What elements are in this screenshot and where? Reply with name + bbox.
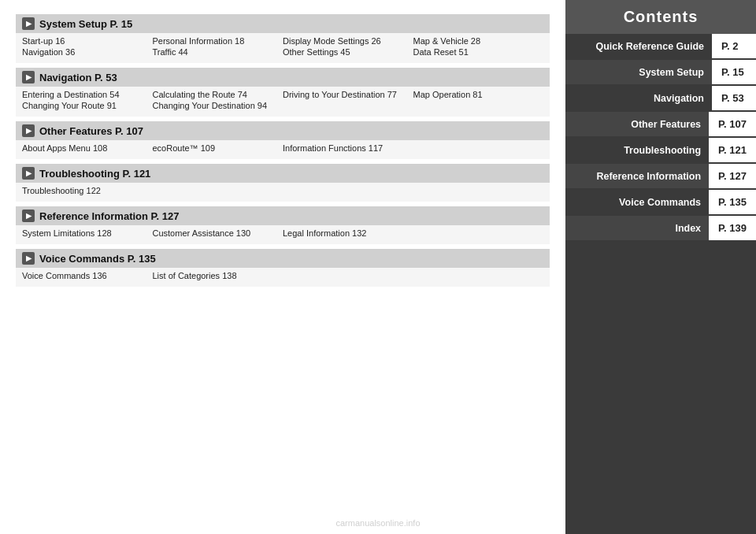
section-cell: Information Functions 117 xyxy=(283,143,413,153)
sidebar: Contents Quick Reference GuideP. 2System… xyxy=(565,0,756,534)
section-cell: ecoRoute™ 109 xyxy=(153,143,284,153)
section-cell xyxy=(153,186,284,195)
sidebar-title: Contents xyxy=(565,0,756,34)
section-cell xyxy=(283,271,413,280)
section-row: About Apps Menu 108ecoRoute™ 109Informat… xyxy=(22,143,543,153)
sidebar-item-label-4: Troubleshooting xyxy=(565,139,709,162)
section-other-features: Other Features P. 107About Apps Menu 108… xyxy=(16,121,550,159)
arrow-icon-system-setup xyxy=(22,17,35,30)
section-cell xyxy=(283,186,413,195)
section-row: Entering a Destination 54Calculating the… xyxy=(22,90,543,99)
section-cell: Map & Vehicle 28 xyxy=(413,36,544,46)
section-cell xyxy=(413,101,544,110)
sidebar-item-page-0: P. 2 xyxy=(712,34,756,58)
section-cell: Customer Assistance 130 xyxy=(153,228,284,238)
sidebar-item-5[interactable]: Reference InformationP. 127 xyxy=(565,164,756,190)
section-header-text-troubleshooting: Troubleshooting P. 121 xyxy=(39,168,150,180)
arrow-icon-troubleshooting xyxy=(22,167,35,180)
section-body-other-features: About Apps Menu 108ecoRoute™ 109Informat… xyxy=(16,140,550,159)
section-cell: Changing Your Route 91 xyxy=(22,101,153,110)
section-row: Navigation 36Traffic 44Other Settings 45… xyxy=(22,47,543,57)
section-cell: Data Reset 51 xyxy=(413,47,544,57)
section-reference-information: Reference Information P. 127System Limit… xyxy=(16,206,550,244)
sidebar-item-label-2: Navigation xyxy=(565,87,712,110)
sidebar-item-page-2: P. 53 xyxy=(712,86,756,110)
section-cell xyxy=(413,143,544,153)
section-cell: Map Operation 81 xyxy=(413,90,544,99)
section-cell: List of Categories 138 xyxy=(153,271,284,280)
section-cell xyxy=(413,271,544,280)
section-cell: Voice Commands 136 xyxy=(22,271,153,280)
arrow-icon-other-features xyxy=(22,124,35,137)
section-row: Voice Commands 136List of Categories 138 xyxy=(22,271,543,280)
section-cell: Changing Your Destination 94 xyxy=(153,101,284,110)
sidebar-item-0[interactable]: Quick Reference GuideP. 2 xyxy=(565,34,756,60)
section-header-text-voice-commands: Voice Commands P. 135 xyxy=(39,253,156,265)
section-header-text-reference-information: Reference Information P. 127 xyxy=(39,210,180,222)
section-row: Changing Your Route 91Changing Your Dest… xyxy=(22,101,543,110)
section-cell: Legal Information 132 xyxy=(283,228,413,238)
section-system-setup: System Setup P. 15Start-up 16Personal In… xyxy=(16,14,550,63)
section-cell: Entering a Destination 54 xyxy=(22,90,153,99)
sidebar-item-page-4: P. 121 xyxy=(709,138,756,162)
section-header-text-navigation: Navigation P. 53 xyxy=(39,72,117,83)
section-navigation: Navigation P. 53Entering a Destination 5… xyxy=(16,68,550,117)
section-header-troubleshooting: Troubleshooting P. 121 xyxy=(16,164,550,183)
section-cell: Troubleshooting 122 xyxy=(22,186,153,195)
section-row: Start-up 16Personal Information 18Displa… xyxy=(22,36,543,46)
section-troubleshooting: Troubleshooting P. 121Troubleshooting 12… xyxy=(16,164,550,202)
main-content: System Setup P. 15Start-up 16Personal In… xyxy=(0,0,565,534)
section-header-voice-commands: Voice Commands P. 135 xyxy=(16,249,550,268)
sidebar-item-label-7: Index xyxy=(565,217,709,240)
sidebar-item-page-3: P. 107 xyxy=(709,112,756,136)
section-header-reference-information: Reference Information P. 127 xyxy=(16,206,550,225)
section-body-voice-commands: Voice Commands 136List of Categories 138 xyxy=(16,268,550,287)
section-cell xyxy=(413,228,544,238)
section-cell: About Apps Menu 108 xyxy=(22,143,153,153)
section-voice-commands: Voice Commands P. 135Voice Commands 136L… xyxy=(16,249,550,287)
section-header-text-other-features: Other Features P. 107 xyxy=(39,125,143,137)
sidebar-item-label-1: System Setup xyxy=(565,61,712,84)
section-cell: Personal Information 18 xyxy=(153,36,284,46)
arrow-icon-navigation xyxy=(22,71,35,83)
sidebar-item-3[interactable]: Other FeaturesP. 107 xyxy=(565,112,756,138)
section-cell: Other Settings 45 xyxy=(283,47,413,57)
sidebar-item-2[interactable]: NavigationP. 53 xyxy=(565,86,756,112)
section-cell xyxy=(283,101,413,110)
sidebar-item-4[interactable]: TroubleshootingP. 121 xyxy=(565,138,756,164)
sections-container: System Setup P. 15Start-up 16Personal In… xyxy=(16,14,550,287)
sidebar-item-label-5: Reference Information xyxy=(565,165,709,188)
section-cell xyxy=(413,186,544,195)
section-cell: Traffic 44 xyxy=(153,47,284,57)
sidebar-item-label-0: Quick Reference Guide xyxy=(565,35,712,58)
section-row: Troubleshooting 122 xyxy=(22,186,543,195)
arrow-icon-voice-commands xyxy=(22,252,35,265)
arrow-icon-reference-information xyxy=(22,210,35,222)
section-body-navigation: Entering a Destination 54Calculating the… xyxy=(16,87,550,117)
sidebar-item-label-6: Voice Commands xyxy=(565,191,709,214)
sidebar-item-1[interactable]: System SetupP. 15 xyxy=(565,60,756,86)
section-header-system-setup: System Setup P. 15 xyxy=(16,14,550,33)
sidebar-item-page-7: P. 139 xyxy=(709,216,756,240)
section-row: System Limitations 128Customer Assistanc… xyxy=(22,228,543,238)
section-cell: Display Mode Settings 26 xyxy=(283,36,413,46)
sidebar-item-label-3: Other Features xyxy=(565,113,709,136)
watermark: carmanualsonline.info xyxy=(95,518,565,528)
sidebar-item-page-1: P. 15 xyxy=(712,60,756,84)
sidebar-item-page-6: P. 135 xyxy=(709,190,756,214)
sidebar-items: Quick Reference GuideP. 2System SetupP. … xyxy=(565,34,756,242)
sidebar-item-7[interactable]: IndexP. 139 xyxy=(565,216,756,242)
section-body-reference-information: System Limitations 128Customer Assistanc… xyxy=(16,225,550,244)
sidebar-item-6[interactable]: Voice CommandsP. 135 xyxy=(565,190,756,216)
section-cell: Driving to Your Destination 77 xyxy=(283,90,413,99)
section-cell: Start-up 16 xyxy=(22,36,153,46)
section-header-text-system-setup: System Setup P. 15 xyxy=(39,18,132,30)
section-body-system-setup: Start-up 16Personal Information 18Displa… xyxy=(16,33,550,63)
section-cell: Navigation 36 xyxy=(22,47,153,57)
section-header-navigation: Navigation P. 53 xyxy=(16,68,550,87)
sidebar-item-page-5: P. 127 xyxy=(709,164,756,188)
section-cell: Calculating the Route 74 xyxy=(153,90,284,99)
section-cell: System Limitations 128 xyxy=(22,228,153,238)
section-body-troubleshooting: Troubleshooting 122 xyxy=(16,183,550,202)
section-header-other-features: Other Features P. 107 xyxy=(16,121,550,140)
